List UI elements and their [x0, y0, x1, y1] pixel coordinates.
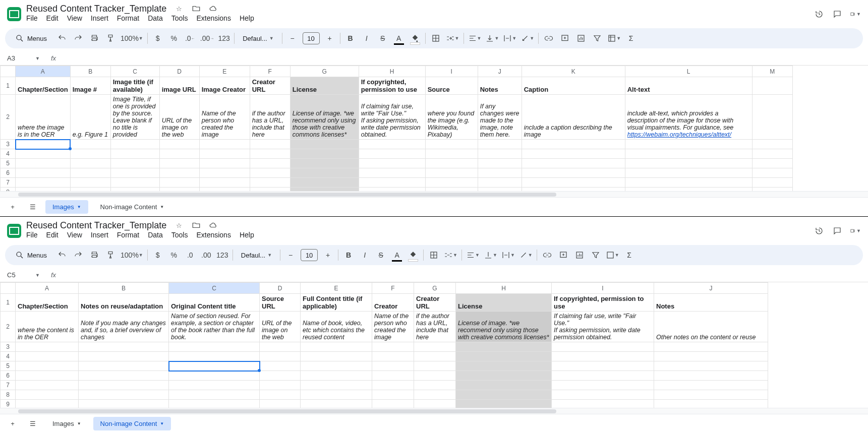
cell[interactable] — [478, 159, 522, 168]
search-menus[interactable]: Menus — [10, 249, 52, 262]
alttext-link[interactable]: https://webaim.org/techniques/alttext/ — [627, 131, 731, 138]
currency-button[interactable]: $ — [152, 248, 164, 262]
sheets-logo-icon[interactable] — [7, 224, 21, 238]
row-header[interactable]: 6 — [1, 371, 16, 381]
row-header[interactable]: 2 — [1, 312, 16, 342]
sheet-tab-nonimage[interactable]: Non-image Content▼ — [93, 200, 171, 214]
header-cell[interactable]: Image title (if available) — [110, 77, 159, 95]
cell[interactable] — [372, 352, 414, 361]
cell[interactable] — [169, 371, 260, 381]
cell[interactable] — [654, 361, 768, 371]
functions-button[interactable]: Σ — [623, 248, 635, 262]
cell[interactable] — [552, 361, 654, 371]
cell[interactable] — [290, 159, 359, 168]
header-cell[interactable]: Creator — [372, 294, 414, 312]
col-header[interactable]: L — [625, 66, 752, 77]
cell[interactable] — [372, 390, 414, 400]
cell[interactable] — [159, 140, 199, 149]
col-header[interactable]: C — [169, 283, 260, 294]
print-button[interactable] — [88, 248, 100, 262]
zoom-select[interactable]: 100% ▼ — [121, 248, 143, 262]
cell[interactable] — [359, 178, 425, 188]
cell[interactable] — [752, 159, 792, 168]
cell[interactable] — [16, 371, 79, 381]
decrease-decimal-button[interactable]: .0← — [184, 31, 196, 45]
cell[interactable] — [456, 342, 552, 352]
cell[interactable] — [414, 390, 456, 400]
formula-bar[interactable] — [63, 271, 863, 279]
cell[interactable] — [552, 381, 654, 390]
hint-cell[interactable]: Note if you made any changes and, if so,… — [79, 312, 169, 342]
horizontal-scrollbar[interactable] — [0, 408, 868, 414]
cell[interactable] — [260, 361, 301, 371]
cell[interactable] — [16, 149, 71, 159]
col-header[interactable]: K — [522, 66, 625, 77]
meet-icon[interactable]: ▼ — [850, 9, 861, 20]
cell[interactable] — [522, 140, 625, 149]
bold-button[interactable]: B — [344, 31, 357, 45]
zoom-select[interactable]: 100% ▼ — [121, 31, 143, 45]
cell[interactable] — [372, 400, 414, 408]
print-button[interactable] — [88, 31, 100, 45]
header-cell[interactable]: Source — [425, 77, 478, 95]
cell[interactable] — [625, 140, 752, 149]
hint-cell[interactable]: include alt-text, which provides a descr… — [625, 95, 752, 140]
cell[interactable] — [70, 188, 110, 192]
cell[interactable] — [372, 342, 414, 352]
filter-views-button[interactable]: ▼ — [606, 248, 619, 262]
col-header[interactable]: F — [250, 66, 290, 77]
cloud-status-icon[interactable] — [208, 220, 219, 231]
cell[interactable] — [169, 361, 260, 371]
cell[interactable] — [478, 140, 522, 149]
cell[interactable] — [16, 168, 71, 178]
menu-file[interactable]: File — [26, 231, 38, 239]
row-header[interactable]: 2 — [1, 95, 16, 140]
row-header[interactable]: 1 — [1, 294, 16, 312]
menu-edit[interactable]: Edit — [46, 14, 59, 22]
cell[interactable] — [425, 140, 478, 149]
cell[interactable] — [169, 342, 260, 352]
cell[interactable] — [372, 381, 414, 390]
cell[interactable] — [522, 168, 625, 178]
hint-cell[interactable]: Name of section reused. For example, a s… — [169, 312, 260, 342]
cell[interactable] — [70, 178, 110, 188]
cell[interactable] — [159, 149, 199, 159]
cell[interactable] — [70, 149, 110, 159]
hint-cell[interactable]: URL of the image on the web — [159, 95, 199, 140]
col-header[interactable]: I — [425, 66, 478, 77]
cell[interactable] — [654, 381, 768, 390]
rotate-button[interactable]: ▼ — [519, 248, 533, 262]
hint-cell[interactable]: e.g. Figure 1 — [70, 95, 110, 140]
cell[interactable] — [79, 371, 169, 381]
cell[interactable] — [414, 371, 456, 381]
header-cell[interactable]: License — [456, 294, 552, 312]
insert-chart-button[interactable] — [573, 248, 586, 262]
star-icon[interactable]: ☆ — [173, 3, 185, 14]
cell[interactable] — [250, 149, 290, 159]
font-size-decrease[interactable]: − — [284, 248, 297, 262]
cell[interactable] — [290, 178, 359, 188]
cell[interactable] — [159, 188, 199, 192]
history-icon[interactable] — [814, 9, 825, 20]
cell[interactable] — [522, 178, 625, 188]
cell[interactable] — [752, 140, 792, 149]
percent-button[interactable]: % — [168, 248, 180, 262]
menu-edit[interactable]: Edit — [46, 231, 59, 239]
cell[interactable] — [290, 149, 359, 159]
name-box-dropdown-icon[interactable]: ▼ — [35, 56, 40, 61]
header-cell[interactable]: If copyrighted, permission to use — [552, 294, 654, 312]
col-header[interactable]: H — [359, 66, 425, 77]
formula-bar[interactable] — [63, 54, 863, 62]
text-color-button[interactable]: A — [393, 31, 405, 45]
cell[interactable] — [414, 381, 456, 390]
move-icon[interactable] — [191, 3, 202, 14]
hint-cell[interactable] — [752, 95, 792, 140]
cell[interactable] — [301, 390, 372, 400]
cell[interactable] — [250, 140, 290, 149]
redo-button[interactable] — [72, 31, 84, 45]
sheet-tab-images[interactable]: Images▼ — [45, 200, 88, 214]
cell[interactable] — [414, 342, 456, 352]
header-cell[interactable]: Chapter/Section — [16, 77, 71, 95]
header-cell[interactable]: image URL — [159, 77, 199, 95]
cell[interactable] — [752, 178, 792, 188]
